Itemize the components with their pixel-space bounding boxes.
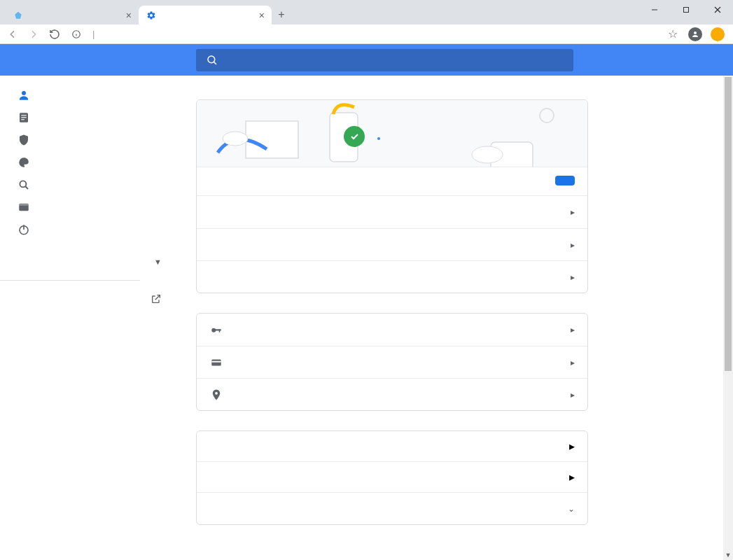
- row-clear-browsing-data[interactable]: ▸: [197, 431, 587, 461]
- sidebar-item-autofill[interactable]: [0, 106, 179, 129]
- close-icon[interactable]: ×: [126, 10, 132, 21]
- chevron-down-icon: ⌄: [568, 504, 575, 514]
- row-chrome-name-picture[interactable]: ▸: [197, 228, 587, 260]
- svg-point-28: [472, 146, 503, 163]
- close-button[interactable]: [701, 0, 733, 20]
- svg-rect-31: [219, 329, 221, 332]
- svg-line-9: [214, 62, 216, 64]
- row-import-bookmarks[interactable]: ▸: [197, 260, 587, 293]
- location-icon: [209, 388, 223, 401]
- svg-rect-32: [211, 359, 221, 365]
- svg-point-10: [22, 91, 26, 95]
- browser-toolbar: | ☆: [0, 24, 733, 44]
- power-icon: [17, 223, 31, 236]
- chevron-right-icon: ▸: [571, 240, 575, 250]
- turn-on-sync-button[interactable]: [555, 176, 575, 186]
- maximize-button[interactable]: [670, 0, 701, 20]
- svg-point-24: [344, 126, 365, 147]
- search-icon: [206, 54, 218, 66]
- chevron-right-icon: ▸: [571, 272, 575, 282]
- chevron-right-icon: ▸: [569, 470, 575, 484]
- svg-rect-18: [19, 204, 29, 206]
- tab-strip: × × +: [0, 6, 733, 24]
- svg-point-15: [20, 181, 26, 187]
- sidebar-advanced[interactable]: ▼: [0, 248, 179, 276]
- scrollbar-thumb[interactable]: [725, 77, 732, 371]
- person-icon: [17, 89, 31, 102]
- svg-rect-13: [21, 117, 27, 118]
- reload-button[interactable]: [48, 27, 62, 41]
- sidebar-item-privacy[interactable]: [0, 129, 179, 151]
- chevron-right-icon: ▸: [571, 325, 575, 335]
- browser-tab-active[interactable]: ×: [139, 6, 272, 24]
- search-icon: [17, 178, 31, 191]
- sidebar-item-default-browser[interactable]: [0, 196, 179, 218]
- address-bar[interactable]: |: [69, 27, 659, 42]
- autofill-card: ▸ ▸ ▸: [196, 313, 588, 411]
- chevron-right-icon: ▸: [571, 358, 575, 368]
- svg-rect-14: [21, 119, 25, 120]
- key-icon: [209, 323, 223, 336]
- chevron-down-icon: ▼: [154, 258, 162, 266]
- shield-icon: [17, 134, 31, 146]
- sync-promo-row: [197, 167, 587, 196]
- sidebar-item-appearance[interactable]: [0, 151, 179, 174]
- new-tab-button[interactable]: +: [272, 5, 291, 24]
- svg-rect-21: [246, 121, 298, 158]
- search-settings[interactable]: [196, 49, 573, 71]
- scroll-down-icon[interactable]: ▼: [723, 550, 733, 560]
- row-addresses[interactable]: ▸: [197, 378, 587, 410]
- profile-icon[interactable]: [688, 27, 702, 41]
- sidebar-item-on-startup[interactable]: [0, 218, 179, 241]
- svg-rect-33: [211, 360, 221, 362]
- svg-line-16: [25, 186, 28, 189]
- row-passwords[interactable]: ▸: [197, 314, 587, 346]
- svg-rect-12: [21, 115, 27, 115]
- settings-sidebar: ▼: [0, 76, 179, 560]
- you-and-google-card: ▸ ▸ ▸: [196, 99, 588, 293]
- settings-icon: [146, 10, 157, 21]
- settings-header: [0, 44, 733, 76]
- chevron-right-icon: ▸: [571, 390, 575, 400]
- row-sync-google-services[interactable]: ▸: [197, 196, 587, 228]
- external-link-icon: [151, 293, 162, 304]
- svg-rect-30: [215, 329, 221, 330]
- sidebar-item-search-engine[interactable]: [0, 174, 179, 196]
- chevron-right-icon: ▸: [569, 440, 575, 453]
- settings-main: ▸ ▸ ▸ ▸ ▸ ▸ ▸ ▸ ⌄: [179, 76, 733, 560]
- chevron-right-icon: ▸: [571, 207, 575, 217]
- close-icon[interactable]: ×: [259, 10, 265, 21]
- svg-rect-1: [683, 8, 688, 13]
- back-button[interactable]: [6, 27, 20, 41]
- bookmark-star-icon[interactable]: ☆: [666, 27, 680, 41]
- row-site-settings[interactable]: ▸: [197, 461, 587, 492]
- svg-point-8: [208, 56, 215, 63]
- sidebar-about-chrome[interactable]: [0, 313, 179, 335]
- tab-favicon: [13, 10, 24, 21]
- svg-point-25: [377, 137, 380, 140]
- card-icon: [209, 356, 223, 369]
- browser-tab[interactable]: ×: [6, 6, 139, 24]
- minimize-button[interactable]: [638, 0, 670, 20]
- palette-icon: [17, 156, 31, 169]
- site-info-icon[interactable]: [71, 29, 81, 39]
- row-payment-methods[interactable]: ▸: [197, 346, 587, 378]
- sidebar-item-you-and-google[interactable]: [0, 84, 179, 106]
- privacy-card: ▸ ▸ ⌄: [196, 430, 588, 525]
- svg-point-26: [540, 108, 554, 122]
- sidebar-extensions[interactable]: [0, 285, 179, 313]
- browser-icon: [17, 201, 31, 214]
- sync-illustration: [197, 100, 587, 167]
- search-input[interactable]: [228, 55, 564, 65]
- forward-button[interactable]: [27, 27, 41, 41]
- row-more[interactable]: ⌄: [197, 492, 587, 524]
- window-controls: [638, 0, 733, 20]
- account-avatar[interactable]: [711, 27, 725, 41]
- svg-point-7: [694, 31, 697, 34]
- svg-point-22: [223, 132, 248, 146]
- autofill-icon: [17, 111, 31, 124]
